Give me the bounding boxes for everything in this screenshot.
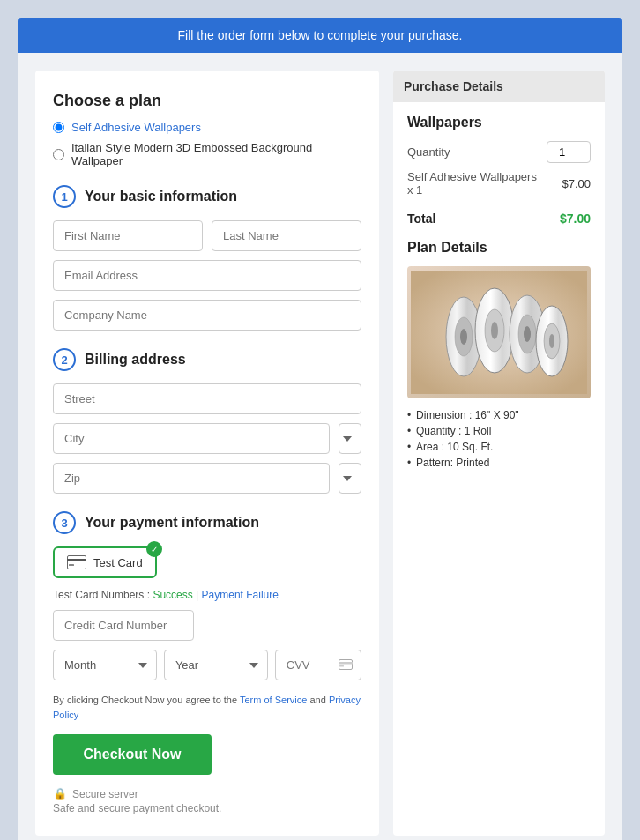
year-select[interactable]: Year (164, 650, 268, 680)
svg-rect-1 (67, 559, 86, 561)
plan-label-2: Italian Style Modern 3D Embossed Backgro… (71, 141, 361, 167)
page-wrapper: Fill the order form below to complete yo… (18, 18, 622, 840)
terms-text: By clicking Checkout Now you agree to th… (53, 693, 361, 722)
svg-point-15 (524, 326, 531, 342)
svg-point-18 (549, 334, 554, 348)
plan-option-1[interactable]: Self Adhesive Wallpapers (53, 121, 361, 134)
year-wrapper: Year (164, 650, 268, 680)
payment-expiry-row: Month Year (53, 650, 361, 680)
safe-text: Safe and secure payment checkout. (53, 802, 221, 814)
plan-radio-2[interactable] (53, 149, 64, 160)
failure-link[interactable]: Payment Failure (202, 589, 279, 601)
product-svg (411, 271, 587, 394)
spec-2: Quantity : 1 Roll (407, 425, 591, 437)
item-qty: x 1 (407, 183, 422, 197)
quantity-label: Quantity (407, 145, 450, 159)
total-price: $7.00 (560, 212, 591, 226)
quantity-row: Quantity (407, 141, 591, 163)
top-banner: Fill the order form below to complete yo… (18, 18, 622, 53)
cc-row (53, 610, 361, 650)
item-label: Self Adhesive Wallpapers x 1 (407, 170, 537, 197)
spec-1: Dimension : 16" X 90" (407, 409, 591, 421)
svg-point-9 (460, 329, 467, 345)
success-link[interactable]: Success (153, 589, 192, 601)
svg-rect-5 (339, 665, 344, 667)
item-name: Self Adhesive Wallpapers (407, 170, 537, 183)
state-select[interactable]: - (339, 463, 361, 494)
svg-point-12 (491, 322, 498, 339)
cvv-wrapper (275, 650, 361, 680)
section3-header: 3 Your payment information (53, 511, 361, 534)
product-image (407, 266, 591, 398)
section2-number: 2 (53, 348, 76, 371)
card-label: Test Card (93, 556, 143, 569)
first-name-input[interactable] (53, 220, 203, 251)
city-country-row: Country (53, 423, 361, 454)
plan-label-1: Self Adhesive Wallpapers (71, 121, 201, 134)
plan-radio-1[interactable] (53, 122, 64, 133)
terms-prefix: By clicking Checkout Now you agree to th… (53, 695, 237, 705)
plan-details-title: Plan Details (407, 240, 591, 256)
city-input[interactable] (53, 423, 330, 454)
svg-rect-2 (69, 564, 74, 566)
card-option[interactable]: ✓ Test Card (53, 546, 157, 578)
product-name: Wallpapers (407, 115, 591, 130)
test-card-note: Test Card Numbers : Success | Payment Fa… (53, 589, 361, 601)
section1-title: Your basic information (85, 189, 237, 204)
secure-info: 🔒 Secure server Safe and secure payment … (53, 787, 361, 814)
svg-rect-3 (339, 659, 352, 669)
item-price: $7.00 (562, 177, 591, 190)
card-check-icon: ✓ (146, 541, 162, 557)
choose-plan-title: Choose a plan (53, 92, 361, 110)
email-input[interactable] (53, 260, 361, 291)
svg-rect-0 (68, 556, 86, 569)
last-name-input[interactable] (212, 220, 361, 251)
section1-number: 1 (53, 185, 76, 208)
terms-link[interactable]: Term of Service (240, 695, 307, 705)
main-content: Choose a plan Self Adhesive Wallpapers I… (18, 53, 622, 840)
section3-title: Your payment information (85, 515, 259, 531)
street-input[interactable] (53, 383, 361, 414)
state-wrapper: - (339, 463, 361, 494)
svg-rect-4 (339, 662, 353, 665)
email-row (53, 260, 361, 291)
secure-server-text: Secure server (72, 788, 138, 800)
left-panel: Choose a plan Self Adhesive Wallpapers I… (35, 71, 379, 836)
section1-header: 1 Your basic information (53, 185, 361, 208)
right-panel: Purchase Details Wallpapers Quantity Sel… (393, 71, 605, 836)
checkout-button[interactable]: Checkout Now (53, 734, 212, 775)
safe-text-line: Safe and secure payment checkout. (53, 802, 361, 814)
company-row (53, 300, 361, 331)
cvv-card-icon (339, 658, 353, 673)
credit-card-icon (67, 555, 86, 569)
cc-number-input[interactable] (53, 610, 194, 641)
section2-header: 2 Billing address (53, 348, 361, 371)
total-label: Total (407, 212, 435, 226)
banner-text: Fill the order form below to complete yo… (178, 28, 463, 42)
section2-title: Billing address (85, 352, 186, 368)
quantity-input[interactable] (547, 141, 591, 163)
and-text: and (309, 695, 325, 705)
test-card-text: Test Card Numbers : (53, 589, 150, 601)
month-select[interactable]: Month (53, 650, 157, 680)
total-row: Total $7.00 (407, 212, 591, 226)
product-specs: Dimension : 16" X 90" Quantity : 1 Roll … (407, 409, 591, 469)
section3-number: 3 (53, 511, 76, 534)
spec-4: Pattern: Printed (407, 457, 591, 469)
total-divider (407, 204, 591, 204)
plan-option-2[interactable]: Italian Style Modern 3D Embossed Backgro… (53, 141, 361, 167)
spec-3: Area : 10 Sq. Ft. (407, 441, 591, 453)
purchase-details-header: Purchase Details (393, 71, 605, 102)
name-row (53, 220, 361, 251)
country-select[interactable]: Country (339, 423, 361, 454)
zip-state-row: - (53, 463, 361, 494)
company-input[interactable] (53, 300, 361, 331)
secure-server-line: 🔒 Secure server (53, 787, 361, 800)
zip-input[interactable] (53, 463, 330, 494)
item-price-row: Self Adhesive Wallpapers x 1 $7.00 (407, 170, 591, 197)
country-wrapper: Country (339, 423, 361, 454)
month-wrapper: Month (53, 650, 157, 680)
street-row (53, 383, 361, 414)
lock-icon: 🔒 (53, 787, 67, 800)
